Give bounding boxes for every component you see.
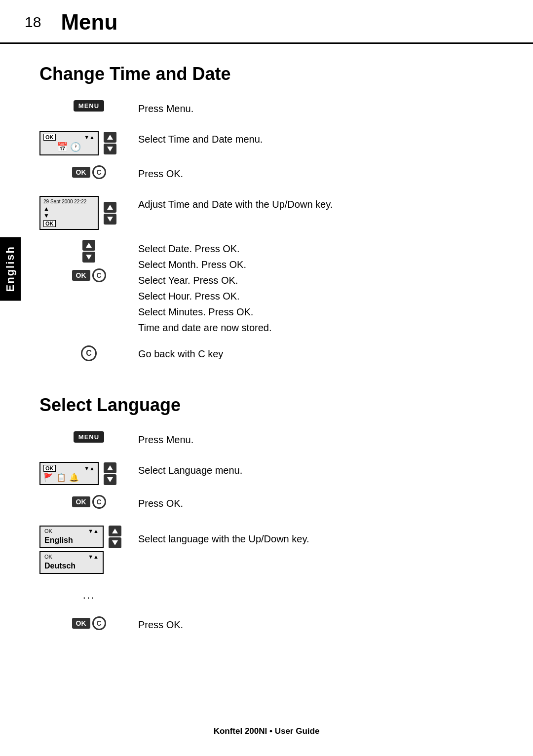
up-down-arrows-icon-3: [82, 240, 95, 263]
step-1-text: Press Menu.: [138, 99, 503, 116]
eng-arrows: ▼▲: [88, 528, 99, 534]
ok-c-button-icon-sl3: OK C: [72, 495, 106, 509]
sl-sm-ok: OK: [43, 465, 56, 472]
section-title-change-time-date: Change Time and Date: [39, 64, 503, 84]
svg-marker-2: [107, 205, 113, 210]
ok-box-icon-sl6: OK: [72, 618, 90, 629]
down-arrow-icon-3: [82, 252, 95, 263]
svg-marker-1: [107, 147, 113, 151]
step-2-text: Select Time and Date menu.: [138, 130, 503, 147]
page-footer: Konftel 200NI • User Guide: [0, 726, 533, 736]
sl-step-4-text: Select language with the Up/Down key.: [138, 525, 503, 546]
sl-screen-arrow-group: OK ▼▲ 🚩 📋 🔔: [39, 462, 138, 485]
down-arrow-icon-sl4: [109, 537, 121, 548]
svg-marker-3: [107, 217, 113, 222]
deu-arrows: ▼▲: [88, 554, 99, 560]
up-down-arrows-icon-2: [104, 202, 116, 225]
eng-ok: OK: [44, 528, 52, 534]
menu-button-icon: MENU: [74, 100, 104, 112]
screen-arrow-group: OK ▼▲ 📅 🕐: [39, 131, 138, 155]
svg-marker-4: [86, 243, 92, 248]
sl-step-3-icon-col: OK C: [39, 494, 138, 509]
c-only-icon: C: [81, 345, 97, 361]
sl-step-4-row: OK ▼▲ English OK ▼▲: [39, 525, 503, 574]
up-down-arrows-icon: [104, 132, 116, 154]
sl-step-2-text: Select Language menu.: [138, 461, 503, 478]
lang-icons-screen-mockup: OK ▼▲ 🚩 📋 🔔: [39, 462, 99, 485]
c-circle-icon-sl6: C: [92, 616, 106, 630]
step-5-line5: Select Minutes. Press OK.: [138, 304, 503, 320]
ellipsis-text: [138, 588, 503, 590]
step-4-text: Adjust Time and Date with the Up/Down ke…: [138, 195, 503, 212]
english-tab: English: [0, 237, 21, 301]
up-down-arrows-icon-sl4: [109, 526, 121, 548]
up-arrow-icon-sl4: [109, 526, 121, 536]
step-3-row: OK C Press OK.: [39, 164, 503, 186]
main-content: Change Time and Date MENU Press Menu. OK…: [0, 64, 533, 637]
ok-c-button-icon-2: OK C: [72, 268, 106, 282]
svg-marker-6: [107, 465, 113, 470]
sl-step-1-icon-col: MENU: [39, 430, 138, 443]
footer-text: Konftel 200NI • User Guide: [214, 726, 320, 736]
page-number: 18: [25, 14, 41, 31]
lang-icon-3: 🔔: [69, 473, 79, 482]
step-3-icon-col: OK C: [39, 164, 138, 179]
step-1-icon-col: MENU: [39, 99, 138, 112]
c-circle-icon: C: [92, 165, 106, 179]
svg-marker-5: [86, 255, 92, 260]
up-arrow-icon: [104, 132, 116, 143]
svg-marker-0: [107, 135, 113, 140]
step-2-row: OK ▼▲ 📅 🕐: [39, 130, 503, 155]
english-lang-screen: OK ▼▲ English: [39, 526, 104, 548]
step-4-icon-col: 29 Sept 2000 22:22 ▲▼ OK: [39, 195, 138, 230]
ok-c-button-icon-sl6: OK C: [72, 616, 106, 630]
lang-icon-1: 🚩: [43, 473, 53, 482]
time-date-screen-mockup: OK ▼▲ 📅 🕐: [39, 131, 99, 155]
step-5-line6: Time and date are now stored.: [138, 320, 503, 336]
step-5-line3: Select Year. Press OK.: [138, 272, 503, 288]
ok-box-icon-sl3: OK: [72, 496, 90, 507]
deutsch-lang-label: Deutsch: [44, 561, 99, 571]
step-5-line4: Select Hour. Press OK.: [138, 288, 503, 304]
section-title-select-language: Select Language: [39, 395, 503, 416]
svg-marker-9: [112, 540, 118, 545]
sl-step-4-icon-col: OK ▼▲ English OK ▼▲: [39, 525, 138, 574]
sl-step-1-text: Press Menu.: [138, 430, 503, 447]
step-1-row: MENU Press Menu.: [39, 99, 503, 121]
ok-c-button-icon: OK C: [72, 165, 106, 179]
lang-icon-2: 📋: [56, 473, 66, 482]
english-lang-label: English: [44, 535, 99, 546]
ok-box-icon: OK: [72, 167, 90, 178]
ok-box-icon-2: OK: [72, 270, 90, 281]
step-5-line1: Select Date. Press OK.: [138, 241, 503, 257]
step-3-text: Press OK.: [138, 164, 503, 181]
deutsch-lang-screen: OK ▼▲ Deutsch: [39, 551, 104, 574]
sl-step-3-text: Press OK.: [138, 494, 503, 511]
step-6-icon-col: C: [39, 344, 138, 361]
step-2-icon-col: OK ▼▲ 📅 🕐: [39, 130, 138, 155]
sl-lang-screen-arrow: OK ▼▲ English: [39, 526, 138, 548]
sl-step-2-icon-col: OK ▼▲ 🚩 📋 🔔: [39, 461, 138, 485]
step-5-icon-col: OK C: [39, 239, 138, 282]
step-5-line2: Select Month. Press OK.: [138, 257, 503, 272]
date-screen-mockup: 29 Sept 2000 22:22 ▲▼ OK: [39, 196, 99, 230]
sm-bottom-ok: OK: [43, 220, 56, 227]
sl-step-6-row: OK C Press OK.: [39, 615, 503, 637]
step-4-row: 29 Sept 2000 22:22 ▲▼ OK Adjust: [39, 195, 503, 230]
menu-button-icon-2: MENU: [74, 431, 104, 443]
down-arrow-icon: [104, 144, 116, 154]
sl-step-3-row: OK C Press OK.: [39, 494, 503, 516]
down-arrow-icon-2: [104, 214, 116, 225]
up-down-arrows-icon-sl2: [104, 462, 116, 485]
step-6-row: C Go back with C key: [39, 344, 503, 366]
up-arrow-icon-sl2: [104, 462, 116, 473]
up-arrow-icon-2: [104, 202, 116, 213]
step-6-text: Go back with C key: [138, 344, 503, 361]
lang-icons-content: 🚩 📋 🔔: [43, 473, 95, 482]
page-title: Menu: [61, 10, 117, 35]
ellipsis-icon: ...: [83, 589, 95, 602]
c-circle-icon-sl3: C: [92, 495, 106, 509]
deu-ok: OK: [44, 554, 52, 560]
step-5-row: OK C Select Date. Press OK. Select Month…: [39, 239, 503, 336]
sl-step-6-text: Press OK.: [138, 615, 503, 632]
